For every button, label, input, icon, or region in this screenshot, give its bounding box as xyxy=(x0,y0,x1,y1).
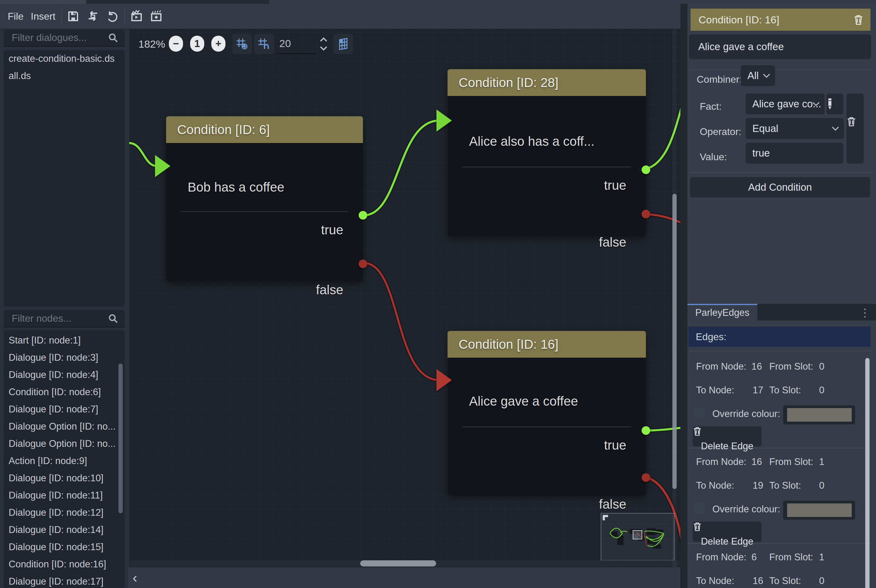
from-slot-label: From Slot: xyxy=(769,456,813,468)
node-list-item[interactable]: Dialogue [ID: node:17] xyxy=(4,573,124,588)
condition-description-input[interactable]: Alice gave a coffee xyxy=(689,34,871,59)
delete-condition-button[interactable] xyxy=(846,93,864,164)
to-slot-value[interactable]: 0 xyxy=(819,575,824,587)
edges-tab-bar: ParleyEdges ⋮ xyxy=(687,304,876,321)
input-port-arrow[interactable] xyxy=(155,155,170,177)
dialogues-filter-input[interactable]: Filter dialogues... xyxy=(4,29,124,47)
node-list-item[interactable]: Dialogue [ID: node:4] xyxy=(4,366,124,384)
search-icon xyxy=(108,314,118,324)
node-description: Alice gave a coffee xyxy=(469,393,578,410)
node-list-item[interactable]: Dialogue Option [ID: no... xyxy=(4,435,124,452)
to-node-value[interactable]: 19 xyxy=(753,480,763,492)
node-list-item[interactable]: Condition [ID: node:6] xyxy=(4,384,124,401)
slot-true-label: true xyxy=(604,437,626,453)
dialogues-list: create-condition-basic.dsall.ds xyxy=(4,50,124,307)
from-node-value[interactable]: 16 xyxy=(752,456,762,468)
from-slot-value[interactable]: 0 xyxy=(819,360,824,373)
node-list-item[interactable]: Dialogue Option [ID: no... xyxy=(4,418,124,435)
save-icon[interactable] xyxy=(67,10,80,22)
canvas-hscrollbar-thumb[interactable] xyxy=(360,560,436,567)
snap-distance-input[interactable]: 20 xyxy=(277,34,317,54)
node-list-item[interactable]: Condition [ID: node:16] xyxy=(4,556,124,573)
input-port-arrow[interactable] xyxy=(436,110,452,132)
node-list-item[interactable]: Dialogue [ID: node:15] xyxy=(4,538,124,556)
edges-list-scrollbar[interactable] xyxy=(865,358,870,588)
import-export-icon[interactable] xyxy=(87,10,99,22)
override-colour-checkbox[interactable] xyxy=(694,408,705,418)
node-list-item[interactable]: Start [ID: node:1] xyxy=(4,332,124,349)
fact-select[interactable]: Alice gave co... xyxy=(746,93,825,114)
dialogue-file-item[interactable]: create-condition-basic.ds xyxy=(4,50,124,68)
output-port-true[interactable] xyxy=(358,211,367,220)
zoom-out-button[interactable]: − xyxy=(169,36,183,52)
graph-node-condition-6[interactable]: Condition [ID: 6] Bob has a coffee true … xyxy=(166,116,363,281)
to-node-value[interactable]: 16 xyxy=(753,575,763,587)
from-node-value[interactable]: 6 xyxy=(752,551,757,563)
override-colour-swatch[interactable] xyxy=(783,501,855,520)
to-slot-value[interactable]: 0 xyxy=(819,480,824,492)
dialogue-file-item[interactable]: all.ds xyxy=(4,68,124,85)
minimap-viewport[interactable] xyxy=(633,531,642,539)
canvas-vscrollbar-thumb[interactable] xyxy=(672,194,676,489)
zoom-reset-button[interactable]: 1 xyxy=(190,36,204,52)
to-node-label: To Node: xyxy=(696,575,734,587)
nodes-filter-input[interactable]: Filter nodes... xyxy=(4,310,124,327)
delete-node-icon[interactable] xyxy=(853,15,864,25)
node-list-item[interactable]: Dialogue [ID: node:14] xyxy=(4,521,124,538)
edit-fact-button[interactable] xyxy=(826,93,843,114)
to-node-value[interactable]: 17 xyxy=(753,384,763,396)
nodes-list-scrollbar[interactable] xyxy=(118,363,123,513)
delete-edge-button[interactable]: Delete Edge xyxy=(693,522,762,542)
output-port-true[interactable] xyxy=(642,165,650,174)
run-dialogue-icon[interactable] xyxy=(130,10,143,22)
node-list-item[interactable]: Dialogue [ID: node:11] xyxy=(4,487,124,504)
to-slot-value[interactable]: 0 xyxy=(819,384,824,396)
node-list-item[interactable]: Dialogue [ID: node:10] xyxy=(4,470,124,487)
snap-grid-icon[interactable] xyxy=(232,34,252,54)
node-list-item[interactable]: Dialogue [ID: node:3] xyxy=(4,349,124,366)
snap-spinner[interactable] xyxy=(319,36,328,52)
override-colour-swatch[interactable] xyxy=(783,405,855,424)
node-title[interactable]: Condition [ID: 16] xyxy=(447,331,646,358)
node-list-item[interactable]: Dialogue [ID: node:12] xyxy=(4,504,124,521)
new-dialogue-icon[interactable] xyxy=(150,10,162,22)
value-input[interactable]: true xyxy=(746,143,843,164)
menu-insert[interactable]: Insert xyxy=(31,4,56,29)
undo-icon[interactable] xyxy=(106,10,119,22)
input-port-arrow[interactable] xyxy=(436,369,452,391)
canvas-hscrollbar[interactable] xyxy=(129,560,680,567)
panel-splitter[interactable] xyxy=(680,4,687,588)
slot-true-label: true xyxy=(321,222,343,238)
override-colour-checkbox[interactable] xyxy=(694,503,705,514)
output-port-false[interactable] xyxy=(642,473,650,482)
graph-node-condition-16[interactable]: Condition [ID: 16] Alice gave a coffee t… xyxy=(447,331,646,495)
graph-minimap[interactable] xyxy=(601,513,675,561)
from-node-value[interactable]: 16 xyxy=(752,360,762,373)
add-condition-button[interactable]: Add Condition xyxy=(690,177,870,197)
menu-file[interactable]: File xyxy=(8,4,24,29)
canvas-vscrollbar[interactable] xyxy=(672,29,676,567)
node-list-item[interactable]: Action [ID: node:9] xyxy=(4,452,124,470)
from-slot-value[interactable]: 1 xyxy=(819,456,824,468)
graph-node-condition-28[interactable]: Condition [ID: 28] Alice also has a coff… xyxy=(447,69,646,237)
from-slot-value[interactable]: 1 xyxy=(819,551,824,563)
output-port-true[interactable] xyxy=(642,426,650,435)
output-port-false[interactable] xyxy=(358,260,367,268)
tab-parley-edges[interactable]: ParleyEdges xyxy=(687,304,757,321)
node-separator xyxy=(181,211,348,212)
node-title[interactable]: Condition [ID: 28] xyxy=(447,69,646,96)
graph-canvas[interactable]: 182% − 1 + 20 Condition [ID: 6] xyxy=(129,29,680,567)
operator-select[interactable]: Equal xyxy=(746,118,844,139)
zoom-in-button[interactable]: + xyxy=(211,36,225,52)
to-slot-label: To Slot: xyxy=(769,480,801,492)
collapse-panel-icon[interactable]: ‹ xyxy=(133,570,148,585)
snap-magnet-icon[interactable] xyxy=(254,34,274,54)
kebab-menu-icon[interactable]: ⋮ xyxy=(860,306,870,319)
node-list-item[interactable]: Dialogue [ID: node:7] xyxy=(4,401,124,418)
delete-edge-button[interactable]: Delete Edge xyxy=(693,426,762,447)
minimap-toggle-icon[interactable] xyxy=(333,34,353,54)
node-title[interactable]: Condition [ID: 6] xyxy=(166,116,363,143)
main-screen-tab[interactable] xyxy=(0,0,86,4)
combiner-select[interactable]: All xyxy=(741,65,775,86)
output-port-false[interactable] xyxy=(642,210,650,218)
